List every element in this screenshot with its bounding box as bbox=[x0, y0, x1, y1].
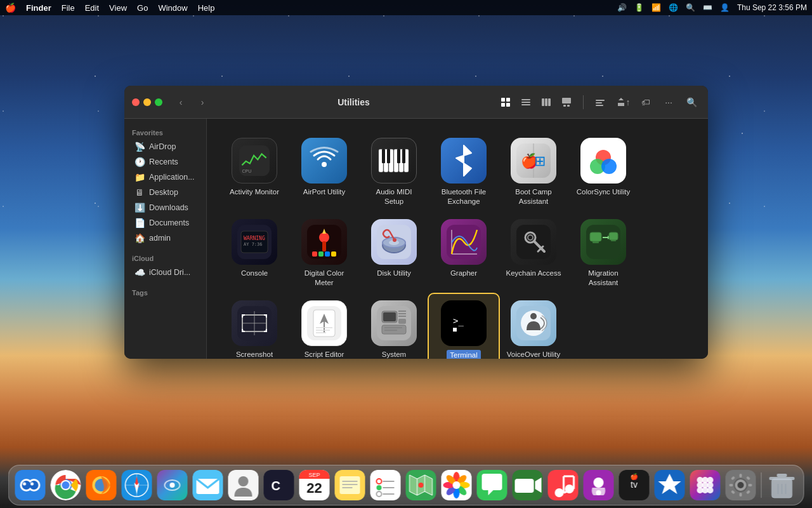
app-bootcamp[interactable]: 🍎 ⊞ Boot Camp Assistant bbox=[499, 131, 568, 213]
list-view-button[interactable] bbox=[517, 93, 535, 111]
dock-reminders[interactable] bbox=[369, 469, 402, 502]
app-terminal[interactable]: >_ ■ Terminal bbox=[429, 294, 499, 359]
sidebar-item-documents[interactable]: 📄 Documents bbox=[127, 215, 204, 231]
user-icon[interactable]: 👤 bbox=[720, 3, 730, 12]
svg-rect-189 bbox=[740, 493, 742, 497]
menubar-help[interactable]: Help bbox=[198, 3, 215, 13]
volume-icon[interactable]: 🔊 bbox=[617, 3, 627, 12]
icon-view-button[interactable] bbox=[497, 93, 514, 111]
close-button[interactable] bbox=[132, 98, 140, 106]
app-activity-monitor[interactable]: CPU Activity Monitor bbox=[219, 131, 289, 213]
dock-firefox[interactable] bbox=[85, 469, 118, 502]
dock-notes[interactable] bbox=[334, 469, 367, 502]
sidebar-item-admin[interactable]: 🏠 admin bbox=[127, 231, 204, 246]
menubar-app-name[interactable]: Finder bbox=[26, 3, 51, 13]
svg-rect-7 bbox=[542, 98, 544, 106]
sidebar-item-downloads[interactable]: ⬇️ Downloads bbox=[127, 200, 204, 215]
finder-body: Favorites 📡 AirDrop 🕐 Recents 📁 Applicat… bbox=[124, 119, 708, 359]
voiceover-icon bbox=[511, 300, 556, 346]
icloud-label: iCloud bbox=[124, 251, 206, 265]
dock-safari[interactable] bbox=[121, 469, 154, 502]
menubar-file[interactable]: File bbox=[62, 3, 75, 13]
app-digital-color[interactable]: Digital Color Meter bbox=[289, 213, 359, 294]
app-audio-midi[interactable]: Audio MIDI Setup bbox=[359, 131, 429, 213]
menubar-view[interactable]: View bbox=[109, 3, 127, 13]
language-icon[interactable]: 🌐 bbox=[669, 3, 678, 12]
app-colorsync[interactable]: ColorSync Utility bbox=[568, 131, 638, 213]
sidebar-item-applications[interactable]: 📁 Application... bbox=[127, 170, 204, 185]
app-label: Script Editor bbox=[304, 350, 344, 359]
desktop-icon: 🖥 bbox=[134, 187, 145, 197]
svg-point-100 bbox=[22, 481, 31, 490]
dock-apple-tv[interactable]: tv 🍎 bbox=[618, 469, 651, 502]
dock-cursor-app[interactable]: C bbox=[263, 469, 296, 502]
script-editor-icon bbox=[301, 300, 347, 346]
sidebar-item-icloud[interactable]: ☁️ iCloud Dri... bbox=[127, 265, 204, 280]
gallery-view-button[interactable] bbox=[558, 93, 575, 111]
app-console[interactable]: WARNING AY 7:36 Console bbox=[219, 213, 289, 294]
app-system-info[interactable]: System Information bbox=[359, 294, 429, 359]
minimize-button[interactable] bbox=[143, 98, 151, 106]
app-script-editor[interactable]: Script Editor bbox=[289, 294, 359, 359]
svg-rect-69 bbox=[609, 232, 618, 240]
dock-launchpad[interactable] bbox=[689, 469, 722, 502]
group-button[interactable] bbox=[591, 93, 609, 111]
dock-podcasts[interactable] bbox=[582, 469, 615, 502]
search-button[interactable]: 🔍 bbox=[683, 93, 700, 111]
dock-finder[interactable] bbox=[14, 469, 47, 502]
forward-button[interactable]: › bbox=[194, 94, 211, 110]
control-center-icon[interactable]: ⌨️ bbox=[703, 3, 712, 12]
sidebar-item-recents[interactable]: 🕐 Recents bbox=[127, 154, 204, 170]
svg-rect-45 bbox=[318, 251, 324, 257]
svg-point-162 bbox=[555, 488, 564, 497]
app-bluetooth[interactable]: Bluetooth File Exchange bbox=[429, 131, 499, 213]
dock-maps[interactable] bbox=[405, 469, 438, 502]
column-view-button[interactable] bbox=[537, 93, 555, 111]
console-icon: WARNING AY 7:36 bbox=[232, 219, 277, 265]
back-button[interactable]: ‹ bbox=[173, 94, 189, 110]
svg-point-18 bbox=[322, 162, 327, 167]
tag-button[interactable]: 🏷 bbox=[637, 93, 655, 111]
dock-facetime[interactable] bbox=[511, 469, 544, 502]
dock-siri[interactable] bbox=[156, 469, 189, 502]
dock-photos[interactable] bbox=[440, 469, 473, 502]
dock-calendar[interactable]: SEP 22 bbox=[298, 469, 331, 502]
svg-text:WARNING: WARNING bbox=[244, 236, 265, 241]
dock-contacts[interactable] bbox=[227, 469, 260, 502]
dock-messages[interactable] bbox=[476, 469, 509, 502]
menubar-edit[interactable]: Edit bbox=[85, 3, 99, 13]
sidebar-item-airdrop[interactable]: 📡 AirDrop bbox=[127, 139, 204, 154]
dock-app-store[interactable] bbox=[653, 469, 686, 502]
menubar-go[interactable]: Go bbox=[137, 3, 148, 13]
app-label: Digital Color Meter bbox=[296, 269, 353, 288]
app-label: Disk Utility bbox=[377, 269, 411, 278]
app-screenshot[interactable]: Screenshot bbox=[219, 294, 289, 359]
app-grid: CPU Activity Monitor bbox=[219, 131, 695, 359]
apple-menu[interactable]: 🍎 bbox=[5, 3, 16, 13]
dock-trash[interactable] bbox=[766, 469, 799, 502]
sidebar-item-label: Documents bbox=[149, 218, 189, 227]
search-icon[interactable]: 🔍 bbox=[686, 3, 695, 12]
app-keychain[interactable]: Keychain Access bbox=[499, 213, 568, 294]
app-voiceover[interactable]: VoiceOver Utility bbox=[499, 294, 568, 359]
sidebar-item-desktop[interactable]: 🖥 Desktop bbox=[127, 185, 204, 200]
dock-music[interactable] bbox=[547, 469, 580, 502]
sidebar-item-label: Application... bbox=[149, 173, 195, 182]
content-area: CPU Activity Monitor bbox=[207, 119, 708, 359]
app-airport-utility[interactable]: AirPort Utility bbox=[289, 131, 359, 213]
app-label: Console bbox=[241, 269, 268, 278]
dock-chrome[interactable] bbox=[49, 469, 82, 502]
dock-system-preferences[interactable] bbox=[724, 469, 757, 502]
dock-mail[interactable] bbox=[192, 469, 225, 502]
maximize-button[interactable] bbox=[155, 98, 162, 106]
sidebar-item-label: admin bbox=[149, 234, 171, 243]
svg-text:tv: tv bbox=[631, 479, 638, 490]
share-button[interactable]: ↑ bbox=[614, 93, 632, 111]
applications-icon: 📁 bbox=[134, 172, 145, 182]
app-disk-utility[interactable]: Disk Utility bbox=[359, 213, 429, 294]
app-grapher[interactable]: Grapher bbox=[429, 213, 499, 294]
app-migration[interactable]: Migration Assistant bbox=[568, 213, 638, 294]
wifi-icon[interactable]: 📶 bbox=[652, 3, 661, 12]
menubar-window[interactable]: Window bbox=[158, 3, 187, 13]
more-button[interactable]: ··· bbox=[660, 93, 678, 111]
